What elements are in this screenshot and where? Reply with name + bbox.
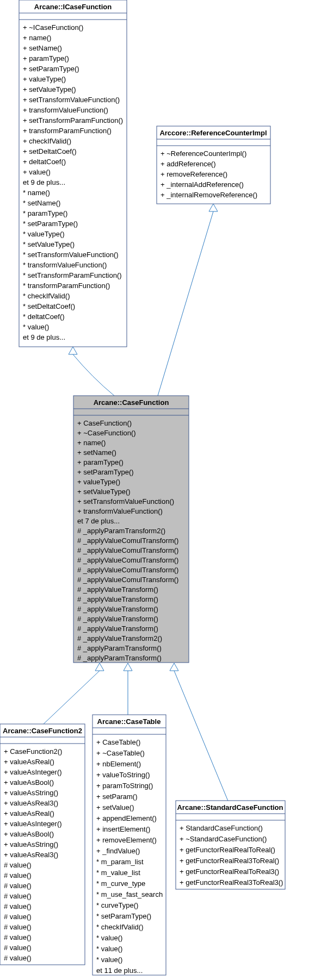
svg-text:+  getFunctorRealReal3ToReal(): + getFunctorRealReal3ToReal() xyxy=(180,857,279,865)
svg-text:+  checkIfValid(): + checkIfValid() xyxy=(23,137,71,145)
inheritance-arrowhead xyxy=(69,347,77,354)
svg-text:+  appendElement(): + appendElement() xyxy=(96,814,157,822)
svg-text:+   valueAsReal3(): + valueAsReal3() xyxy=(4,851,58,859)
svg-text:*  transformValueFunction(): * transformValueFunction() xyxy=(23,261,107,269)
svg-text:*  transformParamFunction(): * transformParamFunction() xyxy=(23,282,110,290)
svg-text:+  setValueType(): + setValueType() xyxy=(23,85,76,93)
svg-text:#  _applyParamTransform(): # _applyParamTransform() xyxy=(77,644,162,652)
svg-text:*  setName(): * setName() xyxy=(23,199,60,207)
svg-text:et 9 de plus...: et 9 de plus... xyxy=(23,333,65,341)
class-reference-counter-impl[interactable]: Arccore::ReferenceCounterImpl + ~Referen… xyxy=(157,126,270,204)
svg-text:*  deltatCoef(): * deltatCoef() xyxy=(23,313,65,321)
svg-text:+  getFunctorRealReal3ToReal3(: + getFunctorRealReal3ToReal3() xyxy=(180,878,283,887)
svg-text:#  _applyValueComulTransform(): # _applyValueComulTransform() xyxy=(77,536,178,545)
svg-text:+  _internalRemoveReference(): + _internalRemoveReference() xyxy=(161,191,257,199)
class-case-function2[interactable]: Arcane::CaseFunction2 + CaseFunction2() … xyxy=(0,724,85,965)
svg-text:+   CaseFunction2(): + CaseFunction2() xyxy=(4,747,62,756)
svg-text:*  m_use_fast_search: * m_use_fast_search xyxy=(96,890,163,898)
class-case-table[interactable]: Arcane::CaseTable + CaseTable() + ~CaseT… xyxy=(92,715,166,975)
svg-text:+  getFunctorRealRealToReal(): + getFunctorRealRealToReal() xyxy=(180,846,275,854)
svg-text:+   valueAsReal(): + valueAsReal() xyxy=(4,809,54,817)
svg-text:*  setParamType(): * setParamType() xyxy=(96,912,151,920)
svg-text:+   valueAsInteger(): + valueAsInteger() xyxy=(4,768,62,776)
svg-text:#  _applyValueComulTransform(): # _applyValueComulTransform() xyxy=(77,546,178,554)
svg-text:+  CaseFunction(): + CaseFunction() xyxy=(77,419,132,427)
svg-text:+  valueType(): + valueType() xyxy=(23,75,66,83)
svg-text:*  m_curve_type: * m_curve_type xyxy=(96,879,145,888)
svg-text:+  getFunctorRealRealToReal3(): + getFunctorRealRealToReal3() xyxy=(180,867,279,876)
svg-text:+  setName(): + setName() xyxy=(23,44,62,52)
class-icase-function[interactable]: Arcane::ICaseFunction + ~ICaseFunction()… xyxy=(19,0,127,347)
svg-text:+  setTransformValueFunction(): + setTransformValueFunction() xyxy=(23,96,120,104)
svg-text:+  transformParamFunction(): + transformParamFunction() xyxy=(23,127,112,135)
svg-text:+  valueType(): + valueType() xyxy=(77,478,120,486)
svg-text:et 9 de plus...: et 9 de plus... xyxy=(23,178,65,186)
svg-text:+  name(): + name() xyxy=(77,439,106,447)
svg-text:+  _findValue(): + _findValue() xyxy=(96,847,140,855)
svg-text:+  addReference(): + addReference() xyxy=(161,160,216,168)
svg-text:*  value(): * value() xyxy=(96,956,122,964)
inheritance-arrowhead xyxy=(209,204,218,211)
svg-text:*  value(): * value() xyxy=(96,945,122,953)
svg-text:+  setTransformParamFunction(): + setTransformParamFunction() xyxy=(23,116,123,124)
svg-text:*  checkIfValid(): * checkIfValid() xyxy=(23,292,70,300)
class-standard-case-function[interactable]: Arcane::StandardCaseFunction + StandardC… xyxy=(176,801,285,889)
svg-text:*  value(): * value() xyxy=(23,323,49,331)
svg-text:#  _applyValueTransform(): # _applyValueTransform() xyxy=(77,585,158,594)
class-title: Arcane::CaseFunction xyxy=(94,398,169,407)
svg-text:*  paramType(): * paramType() xyxy=(23,209,67,217)
class-title: Arcane::ICaseFunction xyxy=(34,3,112,11)
svg-text:+  name(): + name() xyxy=(23,34,51,42)
svg-text:+  CaseTable(): + CaseTable() xyxy=(96,738,140,746)
svg-text:*  m_param_list: * m_param_list xyxy=(96,858,144,866)
svg-text:+   valueAsBool(): + valueAsBool() xyxy=(4,778,54,787)
svg-text:#  _applyValueTransform2(): # _applyValueTransform2() xyxy=(77,634,162,642)
inheritance-line xyxy=(174,671,234,815)
svg-text:#   value(): # value() xyxy=(4,923,32,931)
svg-text:+  setValueType(): + setValueType() xyxy=(77,488,131,496)
uml-diagram: Arcane::ICaseFunction + ~ICaseFunction()… xyxy=(0,0,327,980)
svg-text:+  setTransformValueFunction(): + setTransformValueFunction() xyxy=(77,497,174,505)
svg-text:+  setValue(): + setValue() xyxy=(96,803,134,812)
svg-text:*  setValueType(): * setValueType() xyxy=(23,240,75,248)
svg-text:+  transformValueFunction(): + transformValueFunction() xyxy=(77,507,163,515)
class-case-function[interactable]: Arcane::CaseFunction + CaseFunction() + … xyxy=(73,396,189,663)
svg-text:*  m_value_list: * m_value_list xyxy=(96,869,140,877)
svg-text:+  ~CaseTable(): + ~CaseTable() xyxy=(96,749,145,757)
svg-text:#   value(): # value() xyxy=(4,861,32,869)
svg-text:+  removeElement(): + removeElement() xyxy=(96,836,157,844)
svg-text:*  checkIfValid(): * checkIfValid() xyxy=(96,923,143,931)
class-title: Arccore::ReferenceCounterImpl xyxy=(159,129,267,137)
svg-text:#  _applyParamTransform2(): # _applyParamTransform2() xyxy=(77,527,165,535)
inheritance-line xyxy=(44,671,100,724)
svg-text:+   valueAsString(): + valueAsString() xyxy=(4,840,58,848)
svg-text:+   valueAsInteger(): + valueAsInteger() xyxy=(4,820,62,828)
svg-text:et 11 de plus...: et 11 de plus... xyxy=(96,966,143,975)
inheritance-arrowhead xyxy=(124,663,132,671)
svg-text:+   valueAsString(): + valueAsString() xyxy=(4,789,58,797)
svg-text:+  StandardCaseFunction(): + StandardCaseFunction() xyxy=(180,824,263,832)
svg-text:#   value(): # value() xyxy=(4,933,32,941)
svg-text:#   value(): # value() xyxy=(4,944,32,952)
inheritance-line xyxy=(158,211,213,396)
class-title: Arcane::CaseFunction2 xyxy=(3,727,82,735)
svg-text:#   value(): # value() xyxy=(4,892,32,900)
svg-text:+  setDeltatCoef(): + setDeltatCoef() xyxy=(23,147,77,155)
svg-text:+  value(): + value() xyxy=(23,168,51,176)
svg-text:#   value(): # value() xyxy=(4,871,32,879)
svg-text:+  setName(): + setName() xyxy=(77,448,116,457)
inheritance-arrowhead xyxy=(95,663,104,671)
svg-text:+  removeReference(): + removeReference() xyxy=(161,170,227,178)
svg-text:+   valueAsReal3(): + valueAsReal3() xyxy=(4,799,58,807)
svg-text:#  _applyValueComulTransform(): # _applyValueComulTransform() xyxy=(77,566,178,574)
class-title: Arcane::StandardCaseFunction xyxy=(177,803,283,812)
svg-text:+  setParam(): + setParam() xyxy=(96,792,138,801)
svg-text:+  valueToString(): + valueToString() xyxy=(96,771,150,779)
svg-text:*  valueType(): * valueType() xyxy=(23,230,65,238)
svg-text:+  paramType(): + paramType() xyxy=(77,458,124,466)
svg-text:+  _internalAddReference(): + _internalAddReference() xyxy=(161,180,244,189)
svg-text:+  ~ICaseFunction(): + ~ICaseFunction() xyxy=(23,23,83,32)
svg-text:#  _applyValueComulTransform(): # _applyValueComulTransform() xyxy=(77,556,178,564)
svg-text:*  curveType(): * curveType() xyxy=(96,901,138,909)
svg-text:#  _applyValueTransform(): # _applyValueTransform() xyxy=(77,605,158,613)
